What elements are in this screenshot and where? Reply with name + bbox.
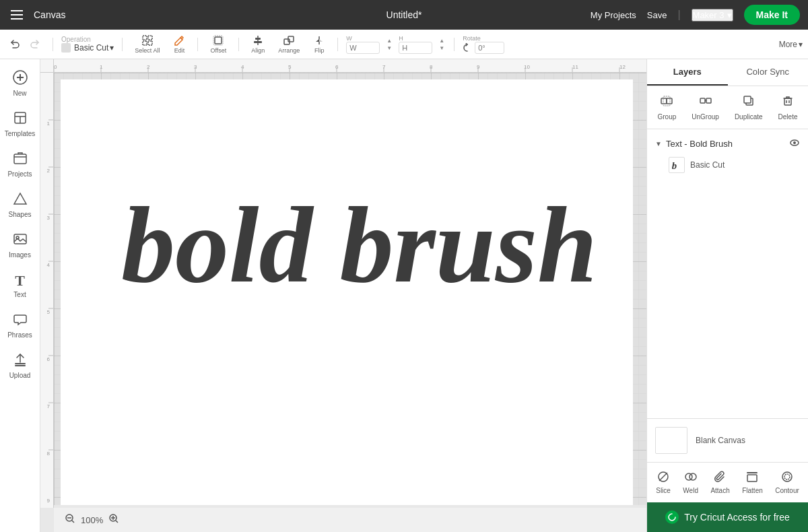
sidebar-item-upload[interactable]: Upload — [3, 347, 38, 385]
height-increment-button[interactable]: ▲ — [439, 38, 444, 44]
svg-rect-79 — [744, 96, 751, 103]
ungroup-button[interactable]: UnGroup — [686, 92, 725, 123]
layer-group-header[interactable]: ▼ Text - Bold Brush — [655, 135, 800, 153]
sidebar-images-label: Images — [9, 251, 31, 259]
delete-label: Delete — [778, 113, 798, 121]
text-icon: T — [15, 272, 25, 290]
size-height-group: H — [399, 35, 432, 54]
document-title: Untitled* — [386, 9, 422, 20]
svg-text:4: 4 — [47, 262, 50, 268]
svg-line-87 — [659, 473, 667, 481]
sidebar-item-images[interactable]: Images — [3, 226, 38, 264]
nav-divider: | — [677, 9, 680, 21]
blank-canvas-section: Blank Canvas — [647, 418, 808, 462]
redo-button[interactable] — [26, 36, 44, 53]
svg-point-84 — [793, 141, 796, 144]
select-all-button[interactable]: Select All — [131, 32, 164, 57]
sidebar-item-templates[interactable]: Templates — [3, 105, 38, 143]
attach-button[interactable]: Attach — [706, 468, 733, 497]
flatten-button[interactable]: Flatten — [738, 468, 767, 497]
canvas-work-area[interactable]: .brush-text { font-family: Georgia, 'Tim… — [54, 73, 646, 505]
menu-button[interactable] — [8, 7, 26, 22]
ruler-top: 0 1 2 3 4 5 6 7 8 9 10 11 12 — [54, 59, 646, 73]
duplicate-button[interactable]: Duplicate — [729, 92, 768, 123]
chevron-down-icon: ▾ — [727, 10, 732, 20]
zoom-in-button[interactable] — [108, 513, 119, 527]
svg-rect-1 — [148, 36, 152, 40]
weld-button[interactable]: Weld — [679, 468, 702, 497]
make-it-button[interactable]: Make It — [744, 5, 800, 25]
contour-button[interactable]: Contour — [771, 468, 803, 497]
top-navigation: Canvas Untitled* My Projects Save | Make… — [0, 0, 808, 30]
delete-button[interactable]: Delete — [773, 92, 803, 123]
svg-text:5: 5 — [47, 309, 50, 315]
size-w-input[interactable] — [346, 42, 380, 54]
zoom-out-button[interactable] — [65, 513, 75, 527]
size-decrement-button[interactable]: ▼ — [386, 45, 392, 51]
size-increment-button[interactable]: ▲ — [386, 38, 392, 44]
svg-text:12: 12 — [619, 64, 626, 70]
my-projects-link[interactable]: My Projects — [591, 10, 636, 20]
svg-rect-73 — [667, 98, 672, 104]
templates-icon — [13, 110, 28, 129]
shapes-icon — [13, 191, 28, 209]
save-button[interactable]: Save — [647, 10, 667, 20]
upload-icon — [13, 352, 28, 370]
layer-thumbnail: b — [669, 157, 685, 173]
delete-icon — [781, 94, 795, 111]
operation-dropdown[interactable]: Basic Cut ▾ — [61, 43, 114, 53]
group-button[interactable]: Group — [652, 92, 682, 123]
duplicate-icon — [742, 94, 755, 111]
sidebar-item-phrases[interactable]: Phrases — [3, 306, 38, 344]
undo-redo-group — [5, 36, 44, 53]
sidebar-item-text[interactable]: T Text — [3, 267, 38, 304]
align-button[interactable]: Align — [247, 32, 269, 57]
arrange-button[interactable]: Arrange — [274, 32, 304, 57]
slice-button[interactable]: Slice — [652, 468, 675, 497]
plus-icon — [13, 70, 28, 88]
canvas-container[interactable]: 0 1 2 3 4 5 6 7 8 9 10 11 12 — [40, 59, 646, 532]
svg-text:9: 9 — [47, 498, 50, 504]
svg-text:2: 2 — [47, 168, 50, 174]
sidebar-item-new[interactable]: New — [3, 65, 38, 102]
chevron-down-icon: ▼ — [655, 140, 662, 147]
size-h-input[interactable] — [399, 42, 432, 54]
slice-label: Slice — [656, 487, 671, 494]
ungroup-label: UnGroup — [692, 113, 719, 121]
svg-rect-19 — [14, 234, 26, 244]
sidebar-item-projects[interactable]: Projects — [3, 145, 38, 183]
right-panel: Layers Color Sync Group UnGroup — [646, 59, 808, 532]
visibility-icon[interactable] — [789, 137, 800, 150]
blank-canvas-thumbnail — [655, 427, 687, 454]
svg-text:11: 11 — [572, 64, 578, 70]
canvas-page: .brush-text { font-family: Georgia, 'Tim… — [61, 79, 633, 505]
edit-button[interactable]: Edit — [169, 32, 189, 57]
rotate-label: Rotate — [463, 35, 504, 42]
svg-line-69 — [116, 521, 118, 523]
maker-selector[interactable]: Maker 3 ▾ — [692, 9, 733, 22]
contour-icon — [781, 471, 793, 485]
svg-rect-72 — [661, 98, 667, 104]
svg-text:7: 7 — [47, 403, 50, 409]
layer-item-basic-cut[interactable]: b Basic Cut — [655, 153, 800, 177]
cricut-access-banner[interactable]: Try Cricut Access for free — [647, 502, 808, 532]
tab-layers[interactable]: Layers — [647, 59, 728, 86]
svg-rect-80 — [784, 98, 791, 105]
height-decrement-button[interactable]: ▼ — [439, 45, 444, 51]
svg-text:8: 8 — [47, 451, 50, 457]
phrases-icon — [13, 312, 28, 330]
sidebar-item-shapes[interactable]: Shapes — [3, 186, 38, 224]
rotate-input[interactable] — [475, 42, 504, 54]
more-button[interactable]: More ▾ — [779, 40, 803, 49]
flip-button[interactable]: Flip — [309, 32, 329, 57]
bottom-panel-actions: Slice Weld Attach Flatten — [647, 462, 808, 502]
offset-button[interactable]: Offset — [206, 32, 230, 57]
zoom-bar: 100% — [54, 508, 646, 532]
tab-color-sync[interactable]: Color Sync — [728, 59, 809, 86]
projects-icon — [13, 151, 28, 169]
zoom-value: 100% — [81, 515, 103, 525]
undo-button[interactable] — [5, 36, 24, 53]
sidebar-phrases-label: Phrases — [7, 331, 32, 339]
svg-rect-90 — [747, 475, 757, 481]
svg-line-66 — [72, 521, 74, 523]
